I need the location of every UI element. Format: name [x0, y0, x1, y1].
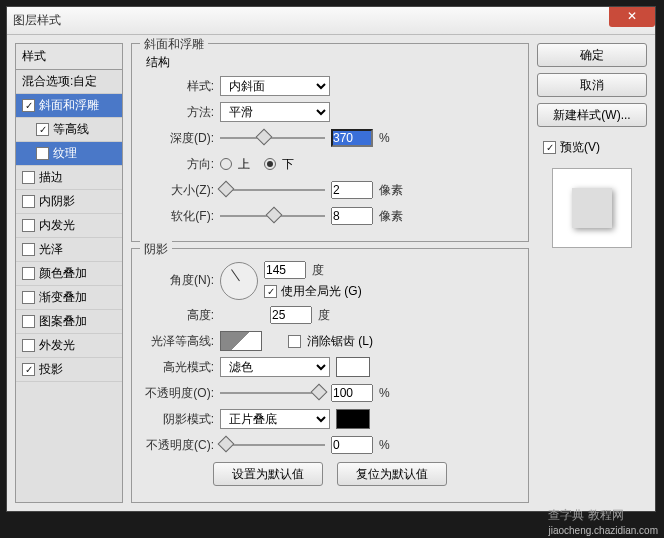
- dir-up-radio[interactable]: [220, 158, 232, 170]
- depth-slider[interactable]: [220, 130, 325, 146]
- sidebar-item-2[interactable]: 纹理: [16, 142, 122, 166]
- size-label: 大小(Z):: [142, 182, 214, 199]
- shadow-mode-select[interactable]: 正片叠底: [220, 409, 330, 429]
- shadow-opacity-label: 不透明度(C):: [142, 437, 214, 454]
- antialias-checkbox[interactable]: [288, 335, 301, 348]
- sidebar-item-5[interactable]: 内发光: [16, 214, 122, 238]
- sidebar-checkbox[interactable]: [22, 315, 35, 328]
- cancel-button[interactable]: 取消: [537, 73, 647, 97]
- sidebar-checkbox[interactable]: [22, 339, 35, 352]
- shadow-mode-label: 阴影模式:: [142, 411, 214, 428]
- highlight-mode-label: 高光模式:: [142, 359, 214, 376]
- soften-input[interactable]: [331, 207, 373, 225]
- method-label: 方法:: [142, 104, 214, 121]
- sidebar-checkbox[interactable]: [22, 195, 35, 208]
- sidebar-item-7[interactable]: 颜色叠加: [16, 262, 122, 286]
- style-select[interactable]: 内斜面: [220, 76, 330, 96]
- size-slider[interactable]: [220, 182, 325, 198]
- direction-label: 方向:: [142, 156, 214, 173]
- sidebar-header: 样式: [16, 44, 122, 70]
- right-column: 确定 取消 新建样式(W)... 预览(V): [537, 43, 647, 503]
- layer-style-dialog: 图层样式 ✕ 样式 混合选项:自定 斜面和浮雕等高线纹理描边内阴影内发光光泽颜色…: [6, 6, 656, 512]
- sidebar-item-6[interactable]: 光泽: [16, 238, 122, 262]
- sidebar-item-4[interactable]: 内阴影: [16, 190, 122, 214]
- gloss-label: 光泽等高线:: [142, 333, 214, 350]
- shadow-opacity-input[interactable]: [331, 436, 373, 454]
- bevel-legend: 斜面和浮雕: [140, 36, 208, 53]
- set-default-button[interactable]: 设置为默认值: [213, 462, 323, 486]
- sidebar-item-0[interactable]: 斜面和浮雕: [16, 94, 122, 118]
- sidebar-checkbox[interactable]: [36, 123, 49, 136]
- preview-checkbox[interactable]: [543, 141, 556, 154]
- altitude-input[interactable]: [270, 306, 312, 324]
- angle-label: 角度(N):: [142, 272, 214, 289]
- sidebar-checkbox[interactable]: [22, 171, 35, 184]
- titlebar[interactable]: 图层样式 ✕: [7, 7, 655, 35]
- method-select[interactable]: 平滑: [220, 102, 330, 122]
- structure-group-label: 结构: [146, 54, 518, 71]
- global-light-checkbox[interactable]: [264, 285, 277, 298]
- sidebar-checkbox[interactable]: [22, 219, 35, 232]
- dir-down-radio[interactable]: [264, 158, 276, 170]
- highlight-opacity-input[interactable]: [331, 384, 373, 402]
- angle-input[interactable]: [264, 261, 306, 279]
- sidebar-item-8[interactable]: 渐变叠加: [16, 286, 122, 310]
- depth-label: 深度(D):: [142, 130, 214, 147]
- styles-sidebar: 样式 混合选项:自定 斜面和浮雕等高线纹理描边内阴影内发光光泽颜色叠加渐变叠加图…: [15, 43, 123, 503]
- reset-default-button[interactable]: 复位为默认值: [337, 462, 447, 486]
- angle-wheel[interactable]: [220, 262, 258, 300]
- sidebar-item-11[interactable]: 投影: [16, 358, 122, 382]
- highlight-opacity-label: 不透明度(O):: [142, 385, 214, 402]
- highlight-opacity-slider[interactable]: [220, 385, 325, 401]
- altitude-label: 高度:: [142, 307, 214, 324]
- shadow-color[interactable]: [336, 409, 370, 429]
- ok-button[interactable]: 确定: [537, 43, 647, 67]
- shadow-legend: 阴影: [140, 241, 172, 258]
- soften-slider[interactable]: [220, 208, 325, 224]
- sidebar-checkbox[interactable]: [36, 147, 49, 160]
- sidebar-item-10[interactable]: 外发光: [16, 334, 122, 358]
- style-label: 样式:: [142, 78, 214, 95]
- preview-box: [552, 168, 632, 248]
- size-input[interactable]: [331, 181, 373, 199]
- sidebar-checkbox[interactable]: [22, 363, 35, 376]
- depth-input[interactable]: [331, 129, 373, 147]
- close-button[interactable]: ✕: [609, 7, 655, 27]
- shadow-fieldset: 阴影 角度(N): 度 使用全局光 (G) 高度: 度 光泽等高线: 消除锯齿 …: [131, 248, 529, 503]
- highlight-mode-select[interactable]: 滤色: [220, 357, 330, 377]
- sidebar-checkbox[interactable]: [22, 243, 35, 256]
- sidebar-item-9[interactable]: 图案叠加: [16, 310, 122, 334]
- sidebar-checkbox[interactable]: [22, 291, 35, 304]
- bevel-fieldset: 斜面和浮雕 结构 样式: 内斜面 方法: 平滑 深度(D): % 方向: 上 下…: [131, 43, 529, 242]
- new-style-button[interactable]: 新建样式(W)...: [537, 103, 647, 127]
- shadow-opacity-slider[interactable]: [220, 437, 325, 453]
- sidebar-item-1[interactable]: 等高线: [16, 118, 122, 142]
- watermark: 查字典 教程网jiaocheng.chazidian.com: [548, 507, 658, 536]
- sidebar-checkbox[interactable]: [22, 267, 35, 280]
- main-panel: 斜面和浮雕 结构 样式: 内斜面 方法: 平滑 深度(D): % 方向: 上 下…: [131, 43, 529, 503]
- title-text: 图层样式: [13, 12, 61, 29]
- highlight-color[interactable]: [336, 357, 370, 377]
- soften-label: 软化(F):: [142, 208, 214, 225]
- sidebar-item-3[interactable]: 描边: [16, 166, 122, 190]
- gloss-contour[interactable]: [220, 331, 262, 351]
- sidebar-checkbox[interactable]: [22, 99, 35, 112]
- blend-options[interactable]: 混合选项:自定: [16, 70, 122, 94]
